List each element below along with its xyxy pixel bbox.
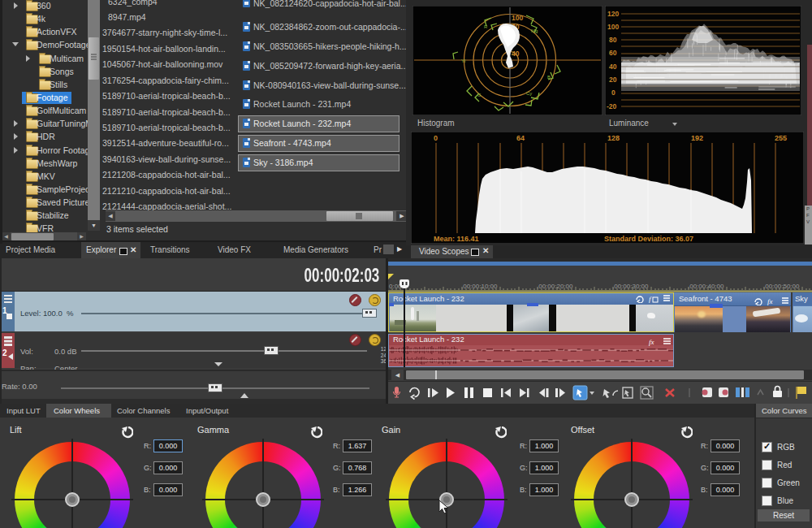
svg-text:Mg: Mg: [531, 28, 538, 33]
svg-text:120: 120: [607, 10, 619, 18]
svg-text:100: 100: [607, 23, 619, 31]
svg-text:G: G: [477, 93, 482, 97]
svg-text:40: 40: [512, 50, 520, 58]
svg-text:Standard Deviation: 36.07: Standard Deviation: 36.07: [604, 235, 693, 243]
svg-text:f: f: [649, 295, 652, 303]
svg-text:0: 0: [434, 134, 438, 142]
svg-text:100: 100: [512, 14, 523, 22]
svg-text:-20: -20: [607, 102, 617, 110]
svg-text:20: 20: [609, 76, 617, 84]
svg-text:0: 0: [611, 89, 615, 97]
svg-text:80: 80: [609, 36, 617, 44]
svg-text:192: 192: [691, 134, 703, 142]
svg-text:fx: fx: [649, 338, 654, 346]
svg-text:255: 255: [775, 134, 787, 142]
svg-text:64: 64: [516, 134, 525, 142]
svg-text:Yl: Yl: [461, 58, 465, 63]
svg-text:40: 40: [609, 63, 617, 71]
svg-text:R: R: [484, 24, 488, 29]
svg-text:128: 128: [607, 134, 620, 142]
svg-text:Mean: 116.41: Mean: 116.41: [434, 235, 479, 243]
svg-text:B: B: [547, 75, 551, 80]
svg-text:60: 60: [609, 49, 617, 57]
svg-text:fx: fx: [767, 297, 773, 305]
svg-text:Cy: Cy: [526, 91, 532, 96]
